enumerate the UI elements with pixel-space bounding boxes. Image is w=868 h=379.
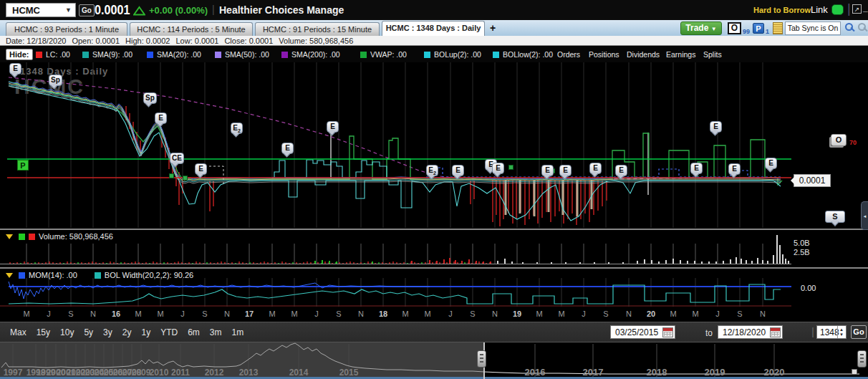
- list-icon[interactable]: [773, 22, 783, 34]
- range-button-1m[interactable]: 1m: [231, 327, 243, 337]
- event-badge-e[interactable]: E: [559, 165, 572, 176]
- range-button-1y[interactable]: 1y: [141, 327, 150, 337]
- event-badge-e[interactable]: E: [589, 163, 602, 174]
- period-count-input[interactable]: 1348▲▼: [816, 325, 847, 339]
- position-marker[interactable]: P: [17, 160, 29, 171]
- stepper-icon[interactable]: ▲▼: [837, 326, 845, 338]
- calendar-icon[interactable]: [770, 327, 781, 337]
- range-button-10y[interactable]: 10y: [60, 327, 74, 337]
- positions-badge[interactable]: P: [753, 23, 764, 34]
- date-to-value: 12/18/2020: [718, 327, 770, 337]
- range-slider-right-handle[interactable]: [857, 350, 867, 368]
- orders-count: 99: [743, 28, 750, 35]
- legend-bollow2[interactable]: BOLlow(2): .00: [493, 50, 553, 59]
- event-badge-e[interactable]: E: [155, 112, 167, 124]
- event-badge-e[interactable]: E: [492, 163, 504, 174]
- link-status-icon[interactable]: [831, 4, 844, 15]
- time-axis-tick: J: [582, 310, 586, 318]
- split-square-marker: [169, 173, 174, 178]
- orders-badge[interactable]: O: [728, 22, 741, 34]
- range-button-ytd[interactable]: YTD: [160, 327, 178, 337]
- time-axis-tick: S: [470, 310, 475, 318]
- legend-sma9[interactable]: SMA(9): .00: [82, 50, 132, 59]
- legend-bolup2[interactable]: BOLup(2): .00: [424, 50, 481, 59]
- mom-axis-label: 0.00: [801, 284, 816, 292]
- history-overview[interactable]: 1997199819992000200120022003200420052006…: [0, 342, 868, 379]
- tab-0[interactable]: HCMC : 93 Periods : 1 Minute: [6, 22, 127, 36]
- symbol-select[interactable]: HCMC▼: [6, 3, 76, 17]
- legend-splits[interactable]: Splits: [703, 50, 722, 59]
- divider: |: [847, 1, 851, 16]
- event-badge-e[interactable]: E: [195, 163, 207, 175]
- range-go-button[interactable]: Go: [851, 325, 867, 339]
- event-badge-sp[interactable]: Sp: [143, 92, 157, 104]
- legend-sma20[interactable]: SMA(20): .00: [147, 50, 201, 59]
- event-badge-e[interactable]: E: [9, 63, 21, 75]
- overview-year-label: 2014: [289, 368, 309, 378]
- overview-year-label: 2013: [239, 368, 259, 378]
- collapse-panel-arrow[interactable]: ◂: [861, 201, 868, 230]
- tab-1[interactable]: HCMC : 114 Periods : 5 Minute: [130, 22, 253, 36]
- event-badge-e[interactable]: E: [452, 165, 464, 176]
- volume-up-color-swatch[interactable]: [19, 234, 25, 240]
- hide-button[interactable]: Hide:: [6, 49, 33, 60]
- legend-earnings[interactable]: Earnings: [666, 50, 695, 59]
- event-badge-e[interactable]: E2: [426, 165, 438, 176]
- tab-2[interactable]: HCMC : 91 Periods : 15 Minute: [255, 22, 380, 36]
- zoom-in-icon[interactable]: [845, 23, 853, 31]
- time-axis-tick: N: [492, 310, 498, 318]
- event-badge-e[interactable]: E: [710, 121, 722, 133]
- event-badge-sp[interactable]: Sp: [49, 75, 62, 86]
- time-axis: MJSN16MMJSN17MMJSN18MMJSN19MMJSN20MMJSN: [0, 307, 868, 322]
- trade-button[interactable]: Trade ▼: [680, 21, 722, 35]
- event-badge-e[interactable]: E: [281, 143, 294, 154]
- range-button-6m[interactable]: 6m: [188, 327, 200, 337]
- range-button-15y[interactable]: 15y: [37, 327, 50, 337]
- collapse-triangle-icon[interactable]: [6, 273, 13, 278]
- date-from-input[interactable]: 03/25/2015: [610, 325, 675, 339]
- range-button-3m[interactable]: 3m: [210, 327, 222, 337]
- event-badge-e[interactable]: E: [690, 163, 703, 174]
- date-from-value: 03/25/2015: [611, 327, 662, 337]
- tab-3[interactable]: HCMC : 1348 Days : Daily: [382, 21, 485, 36]
- bolwidth-color-swatch[interactable]: [95, 272, 101, 279]
- zoom-out-icon[interactable]: [858, 23, 866, 31]
- event-badge-e[interactable]: E: [327, 121, 339, 133]
- range-button-max[interactable]: Max: [10, 327, 26, 337]
- legend-lc[interactable]: LC: .00: [36, 50, 70, 59]
- volume-down-color-swatch[interactable]: [29, 234, 35, 240]
- symbol-go-button[interactable]: Go: [79, 4, 95, 16]
- range-slider-left-handle[interactable]: [477, 350, 486, 368]
- legend-positions[interactable]: Positions: [589, 50, 619, 59]
- order-marker[interactable]: O: [831, 134, 847, 146]
- mom-color-swatch[interactable]: [19, 272, 25, 279]
- event-badge-ce[interactable]: CE: [170, 153, 184, 164]
- tab-sync-button[interactable]: Tab Sync is On: [785, 21, 841, 35]
- calendar-icon[interactable]: [662, 327, 673, 337]
- date-to-input[interactable]: 12/18/2020: [718, 325, 783, 339]
- event-badge-e[interactable]: E: [728, 163, 741, 175]
- collapse-triangle-icon[interactable]: [6, 234, 13, 239]
- legend-orders[interactable]: Orders: [557, 50, 580, 59]
- legend-dividends[interactable]: Dividends: [627, 50, 660, 59]
- hard-to-borrow-label: Hard to Borrow: [753, 6, 811, 14]
- event-badge-e[interactable]: E: [541, 165, 554, 176]
- legend-sma200[interactable]: SMA(200): .00: [281, 50, 340, 59]
- price-chart[interactable]: [0, 62, 868, 229]
- event-badge-e[interactable]: E: [765, 158, 777, 169]
- volume-chart[interactable]: [0, 229, 868, 267]
- range-button-5y[interactable]: 5y: [84, 327, 93, 337]
- event-badge-e[interactable]: E2: [231, 123, 243, 134]
- range-button-3y[interactable]: 3y: [103, 327, 112, 337]
- event-badge-e[interactable]: E: [615, 165, 627, 176]
- popout-icon[interactable]: ↗: [852, 4, 862, 14]
- legend-vwap[interactable]: VWAP: .00: [360, 50, 407, 59]
- legend-sma50[interactable]: SMA(50): .00: [215, 50, 269, 59]
- add-tab-button[interactable]: +: [490, 22, 496, 34]
- split-marker[interactable]: S: [825, 211, 845, 223]
- range-button-2y[interactable]: 2y: [122, 327, 132, 337]
- overview-year-label: 2011: [171, 368, 190, 378]
- minimize-icon[interactable]: _: [863, 3, 868, 13]
- overview-year-label: 1997: [4, 368, 23, 378]
- range-toolbar: Max15y10y5y3y2y1yYTD6m3m1m 03/25/2015 to…: [0, 322, 868, 342]
